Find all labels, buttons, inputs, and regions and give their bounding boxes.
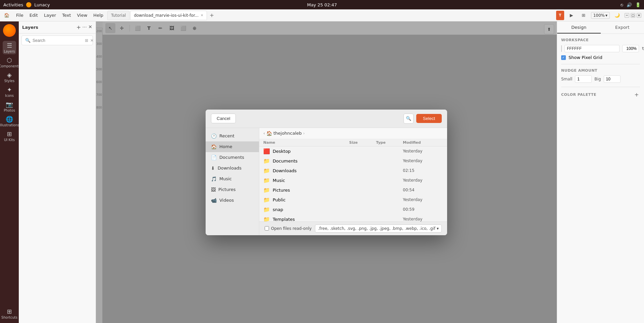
layers-label: Layers <box>4 50 15 53</box>
window-controls: ─ □ ✕ <box>625 13 641 18</box>
sidebar-item-ui-kits[interactable]: ⊞ UI Kits <box>3 129 16 143</box>
moon-icon[interactable]: 🌙 <box>612 11 622 20</box>
file-name-pictures: 📁 Pictures <box>263 187 349 193</box>
search-input[interactable] <box>33 38 83 43</box>
tab-export-label: Export <box>615 25 630 30</box>
nudge-small-input[interactable] <box>575 75 592 83</box>
dialog-nav-videos[interactable]: 📹 Videos <box>206 195 259 206</box>
downloads-folder-icon: 📁 <box>263 168 270 174</box>
sidebar-item-shortcuts[interactable]: ⊞ Shortcuts <box>3 307 16 320</box>
close-button[interactable]: ✕ <box>637 13 641 18</box>
pictures-folder-icon: 📁 <box>263 187 270 193</box>
dialog-nav-pictures[interactable]: 🖼 Pictures <box>206 184 259 195</box>
file-row-desktop[interactable]: 🟥 Desktop Yesterday <box>259 146 447 156</box>
dialog-search-button[interactable]: 🔍 <box>404 114 414 124</box>
workspace-opacity-input[interactable] <box>622 45 639 52</box>
workspace-color-input[interactable] <box>565 45 620 52</box>
breadcrumb-username: thejohncaleb <box>273 131 302 136</box>
file-row-downloads[interactable]: 📁 Downloads 02:15 <box>259 166 447 176</box>
close-search-icon[interactable]: ✕ <box>90 38 94 43</box>
file-name-public-label: Public <box>273 197 285 202</box>
sidebar-item-layers[interactable]: ☰ Layers <box>3 41 16 54</box>
app-icon: 🟠 <box>26 2 32 7</box>
file-row-pictures[interactable]: 📁 Pictures 00:54 <box>259 185 447 195</box>
menu-file[interactable]: File <box>13 11 26 19</box>
file-modified-documents: Yesterday <box>403 158 443 163</box>
show-pixel-grid-checkbox[interactable]: ✓ <box>561 55 566 60</box>
recent-icon: 🕐 <box>211 133 217 139</box>
ui-kits-icon: ⊞ <box>7 130 12 137</box>
tab-design[interactable]: Design <box>557 21 601 34</box>
dialog-nav-downloads-label: Downloads <box>218 166 241 171</box>
dialog-header: Cancel 🔍 Select <box>206 110 447 128</box>
play-button[interactable]: ▶ <box>567 11 576 20</box>
dialog-nav-downloads[interactable]: ⬇ Downloads <box>206 163 259 174</box>
color-palette-label: COLOR PALETTE <box>561 92 596 97</box>
nudge-big-input[interactable] <box>604 75 621 83</box>
icons-label: Icons <box>5 94 14 98</box>
file-row-templates[interactable]: 📁 Templates Yesterday <box>259 214 447 221</box>
toolbar-icon-button[interactable]: T <box>556 11 564 20</box>
filter-icon[interactable]: ⊞ <box>85 38 88 43</box>
activities-label[interactable]: Activities <box>3 2 23 7</box>
menu-help[interactable]: Help <box>91 11 106 19</box>
dialog-nav-videos-label: Videos <box>219 198 234 203</box>
volume-icon: 🔊 <box>627 2 632 7</box>
maximize-button[interactable]: □ <box>631 13 635 18</box>
tab-tutorial[interactable]: Tutorial <box>107 11 129 20</box>
add-layer-button[interactable]: + <box>76 24 81 30</box>
file-modified-desktop: Yesterday <box>403 149 443 153</box>
tab-add-button[interactable]: + <box>208 11 216 19</box>
menu-layer[interactable]: Layer <box>41 11 59 19</box>
dialog-nav-recent-label: Recent <box>219 133 234 138</box>
cancel-button[interactable]: Cancel <box>211 114 236 123</box>
sidebar-item-photos[interactable]: 📷 Photos <box>3 100 16 113</box>
dialog-main: ‹ 🏠 thejohncaleb › Name Size <box>259 128 447 235</box>
readonly-checkbox-label[interactable]: Open files read-only <box>265 226 312 231</box>
dialog-nav-documents[interactable]: 📄 Documents <box>206 152 259 163</box>
col-name[interactable]: Name <box>263 140 349 145</box>
refresh-button[interactable]: ↻ <box>642 46 644 51</box>
file-name-snap-label: snap <box>273 207 283 212</box>
panel-close-icon[interactable]: ✕ <box>88 24 92 30</box>
file-row-snap[interactable]: 📁 snap 00:59 <box>259 205 447 214</box>
tabs-area: Tutorial download_marvie-ios-ui-kit-for.… <box>107 11 555 20</box>
add-color-button[interactable]: + <box>633 91 640 98</box>
components-label: Components <box>0 64 20 68</box>
canvas-area: 100 200 300 400 500 600 700 800 900 1000… <box>96 21 557 323</box>
dialog-nav-recent[interactable]: 🕐 Recent <box>206 131 259 141</box>
tab-export[interactable]: Export <box>601 21 644 34</box>
file-modified-downloads: 02:15 <box>403 168 443 173</box>
home-button[interactable]: 🏠 <box>3 11 11 19</box>
zoom-control[interactable]: 100% ▾ <box>591 12 610 19</box>
file-row-documents[interactable]: 📁 Documents Yesterday <box>259 156 447 166</box>
sidebar-item-components[interactable]: ⬡ Components <box>3 56 16 69</box>
sidebar-item-styles[interactable]: ◈ Styles <box>3 70 16 84</box>
photos-label: Photos <box>4 109 15 112</box>
main-area: ☰ Layers ⬡ Components ◈ Styles ✦ Icons 📷… <box>0 21 644 323</box>
sidebar-item-illustrations[interactable]: 🌐 Illustrations <box>3 115 16 128</box>
file-row-music[interactable]: 📁 Music Yesterday <box>259 176 447 185</box>
menu-edit[interactable]: Edit <box>27 11 41 19</box>
nudge-big-label: Big <box>594 77 601 81</box>
menu-bar: File Edit Layer Text View Help <box>13 11 106 19</box>
grid-button[interactable]: ⊞ <box>579 11 588 20</box>
panel-options-icon[interactable]: ⋯ <box>82 24 87 30</box>
minimize-button[interactable]: ─ <box>625 13 629 18</box>
sidebar-item-icons[interactable]: ✦ Icons <box>3 85 16 99</box>
file-name-desktop: 🟥 Desktop <box>263 148 349 154</box>
dialog-nav-music[interactable]: 🎵 Music <box>206 174 259 184</box>
menu-text[interactable]: Text <box>59 11 73 19</box>
file-filter-dropdown[interactable]: .free, .sketch, .svg, .png, .jpg, .jpeg,… <box>315 224 442 233</box>
dialog-nav-home[interactable]: 🏠 Home <box>206 141 259 152</box>
select-button[interactable]: Select <box>416 114 442 123</box>
tab-active-file[interactable]: download_marvie-ios-ui-kit-for... ✕ <box>130 11 207 20</box>
file-row-public[interactable]: 📁 Public Yesterday <box>259 195 447 205</box>
file-filter-text: .free, .sketch, .svg, .png, .jpg, .jpeg,… <box>318 226 435 231</box>
readonly-checkbox[interactable] <box>265 226 269 231</box>
breadcrumb-back[interactable]: ‹ <box>263 131 265 136</box>
menu-view[interactable]: View <box>74 11 90 19</box>
tab-close-icon[interactable]: ✕ <box>201 13 203 17</box>
breadcrumb-forward[interactable]: › <box>303 131 305 136</box>
workspace-color-swatch[interactable] <box>561 45 562 52</box>
